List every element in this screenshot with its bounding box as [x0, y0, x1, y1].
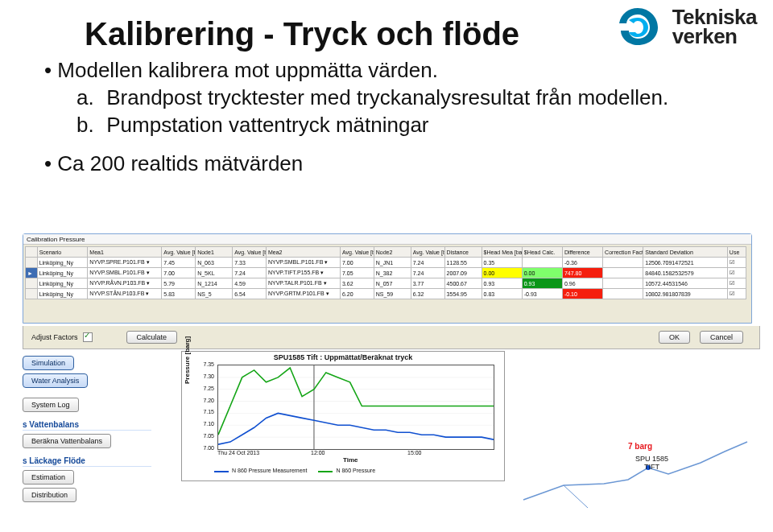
ytick: 7.35	[196, 361, 214, 367]
chart-xlabel: Time	[343, 456, 358, 464]
column-header[interactable]: Avg. Value [barg]	[411, 247, 444, 258]
estimation-button[interactable]: Estimation	[23, 470, 74, 485]
adjust-factors-label: Adjust Factors	[31, 333, 78, 341]
map-node-sub: TIFT	[644, 463, 659, 471]
chart-window: SPU1585 Tift : Uppmättat/Beräknat tryck …	[181, 351, 505, 481]
column-header[interactable]: Avg. Value [barg]	[340, 247, 374, 258]
calculate-button[interactable]: Calculate	[126, 331, 178, 344]
column-header[interactable]: Difference	[562, 247, 602, 258]
cancel-button[interactable]: Cancel	[700, 331, 743, 344]
table-row[interactable]: Linköping_NyNYVP.RÅVN.P103.FB ▾5.79N_121…	[26, 278, 746, 289]
table-row[interactable]: Linköping_NyNYVP.STÅN.P103.FB ▾5.83NS_56…	[26, 289, 746, 299]
bullet-1a-text: Brandpost trycktester med tryckanalysres…	[106, 85, 668, 109]
table-toolbar: Adjust Factors Calculate OK Cancel	[23, 326, 760, 349]
logo-text-line2: verken	[672, 27, 757, 46]
bullet-1: Modellen kalibrera mot uppmätta värden.	[44, 56, 668, 84]
system-log-button[interactable]: System Log	[23, 398, 79, 412]
column-header[interactable]: Node1	[196, 247, 233, 258]
xtick-1500: 15:00	[407, 450, 422, 456]
legend-series-1: N 860 Pressure	[336, 468, 375, 473]
ytick: 7.15	[196, 409, 214, 414]
side-panel: Simulation Water Analysis System Log s V…	[23, 354, 151, 504]
map-snippet: 7 barg SPU 1585 TIFT	[515, 435, 749, 516]
chart-ylabel: Pressure [barg]	[184, 336, 191, 384]
column-header[interactable]: Avg. Value [barg]	[233, 247, 267, 258]
bullet-list: Modellen kalibrera mot uppmätta värden. …	[44, 56, 668, 177]
plot-area[interactable]	[217, 365, 494, 450]
table-body[interactable]: Linköping_NyNYVP.SPRE.P101.FB ▾7.45N_063…	[26, 258, 746, 299]
bullet-2: Ca 200 realtids mätvärden	[44, 150, 668, 177]
ytick: 7.30	[196, 373, 214, 379]
window-caption: Calibration Pressure	[23, 234, 751, 245]
column-header[interactable]: Standard Deviation	[643, 247, 728, 258]
brand-logo: Tekniska verken	[611, 6, 757, 47]
chart-legend: N 860 Pressure Measurement N 860 Pressur…	[214, 468, 375, 473]
column-header[interactable]: $Head Calc.	[522, 247, 562, 258]
chart-x-sublabel: Thu 24 Oct 2013	[217, 450, 259, 456]
column-header[interactable]: Use	[727, 247, 746, 258]
table-row[interactable]: ►Linköping_NyNYVP.SMBL.P101.FB ▾7.00N_5K…	[26, 268, 746, 278]
ytick: 7.20	[196, 398, 214, 403]
table-header: ScenarioMea1Avg. Value [barg]Node1Avg. V…	[26, 247, 746, 258]
xtick-1200: 12:00	[311, 450, 325, 456]
bullet-1b-letter: b.	[76, 111, 101, 138]
calibration-table[interactable]: ScenarioMea1Avg. Value [barg]Node1Avg. V…	[25, 246, 746, 299]
legend-series-0: N 860 Pressure Measurement	[232, 468, 307, 473]
map-node-label: SPU 1585 TIFT	[635, 455, 668, 471]
page-title: Kalibrering - Tryck och flöde	[85, 16, 519, 52]
column-header[interactable]: Mea2	[266, 247, 340, 258]
ytick: 7.05	[196, 433, 214, 439]
water-analysis-tab[interactable]: Water Analysis	[23, 373, 88, 388]
group-lackage-flode: s Läckage Flöde	[23, 456, 151, 467]
adjust-factors-checkbox[interactable]	[83, 332, 93, 342]
calibration-pressure-window: Calibration Pressure ScenarioMea1Avg. Va…	[23, 233, 752, 324]
group-vattenbalans: s Vattenbalans	[23, 420, 151, 431]
ok-button[interactable]: OK	[659, 331, 690, 344]
ytick: 7.10	[196, 421, 214, 427]
simulation-tab[interactable]: Simulation	[23, 356, 74, 370]
column-header[interactable]: Avg. Value [barg]	[162, 247, 196, 258]
map-pressure-label: 7 barg	[628, 442, 652, 451]
column-header[interactable]: Distance	[444, 247, 482, 258]
bullet-1a-letter: a.	[76, 84, 101, 111]
map-node-name: SPU 1585	[635, 455, 668, 463]
logo-mark	[611, 6, 664, 47]
ytick: 7.25	[196, 386, 214, 391]
caption-label: Calibration Pressure	[27, 236, 85, 243]
column-header[interactable]: Node2	[374, 247, 411, 258]
chart-title: SPU1585 Tift : Uppmättat/Beräknat tryck	[182, 352, 504, 361]
ytick: 7.00	[196, 445, 214, 451]
column-header[interactable]: $Head Mea [barg]	[482, 247, 522, 258]
column-header[interactable]: Scenario	[37, 247, 88, 258]
logo-text: Tekniska verken	[672, 7, 757, 46]
bullet-1b: b. Pumpstation vattentryck mätningar	[76, 111, 668, 138]
table-row[interactable]: Linköping_NyNYVP.SPRE.P101.FB ▾7.45N_063…	[26, 258, 746, 268]
column-header[interactable]: Mea1	[88, 247, 162, 258]
bullet-1b-text: Pumpstation vattentryck mätningar	[106, 113, 428, 137]
berakna-vattenbalans-button[interactable]: Beräkna Vattenbalans	[23, 434, 111, 448]
bullet-1a: a. Brandpost trycktester med tryckanalys…	[76, 84, 668, 111]
slide: Tekniska verken Kalibrering - Tryck och …	[0, 0, 773, 532]
distribution-button[interactable]: Distribution	[23, 488, 76, 502]
column-header[interactable]: Correction Factor [-]	[603, 247, 643, 258]
